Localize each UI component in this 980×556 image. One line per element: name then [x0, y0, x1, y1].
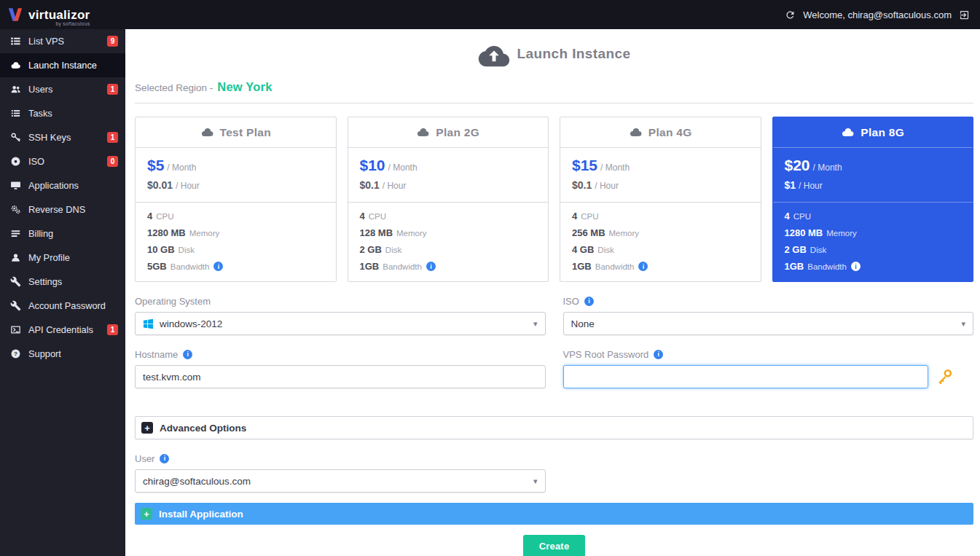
virtualizor-logo-icon [7, 7, 23, 23]
monthly-suffix: / Month [167, 163, 196, 173]
sidebar-item-tasks[interactable]: Tasks [0, 101, 125, 125]
plus-icon: + [141, 422, 153, 434]
spec-label: Bandwidth [807, 262, 847, 271]
sidebar-item-label: Billing [28, 228, 53, 239]
spec-value: 5GB [147, 261, 167, 272]
install-application-label: Install Application [159, 509, 243, 520]
create-button[interactable]: Create [523, 535, 586, 556]
sidebar-item-users[interactable]: Users 1 [0, 77, 125, 101]
spec-disk: 2 GBDisk [785, 244, 962, 255]
spec-cpu: 4CPU [785, 211, 962, 222]
spec-label: Memory [826, 229, 857, 238]
spec-value: 1GB [360, 261, 380, 272]
virtualizor-logo[interactable]: virtualizor by softaculous [0, 7, 125, 23]
sidebar-item-launch-instance[interactable]: Launch Instance [0, 53, 125, 77]
sidebar-item-support[interactable]: Support [0, 342, 125, 366]
spec-label: CPU [156, 212, 173, 221]
sidebar: List VPS 9 Launch Instance Users 1 Tasks… [0, 29, 125, 556]
spec-label: Disk [385, 246, 401, 254]
chevron-down-icon: ▾ [533, 477, 538, 486]
refresh-icon[interactable] [785, 9, 796, 20]
iso-value: None [571, 318, 595, 329]
spec-value: 2 GB [785, 244, 807, 255]
sidebar-item-reverse-dns[interactable]: Reverse DNS [0, 197, 125, 222]
sidebar-item-label: Settings [28, 276, 62, 287]
chevron-down-icon: ▾ [533, 319, 538, 329]
iso-label: ISO [563, 296, 579, 307]
monthly-suffix: / Month [813, 163, 842, 173]
monthly-price: $5 [147, 157, 164, 173]
spec-label: Disk [597, 246, 614, 254]
spec-label: CPU [369, 212, 386, 221]
sidebar-item-ssh-keys[interactable]: SSH Keys 1 [0, 125, 125, 149]
sidebar-item-account-password[interactable]: Account Password [0, 294, 125, 318]
chevron-down-icon: ▾ [961, 319, 965, 329]
info-icon[interactable]: i [426, 262, 436, 271]
logo-text: virtualizor [28, 8, 90, 22]
info-icon[interactable]: i [638, 262, 648, 271]
plan-card-test-plan[interactable]: Test Plan $5/ Month $0.01/ Hour 4CPU 128… [135, 117, 337, 282]
vps-root-password-input[interactable] [563, 365, 929, 388]
spec-disk: 4 GBDisk [572, 244, 749, 255]
sidebar-item-label: List VPS [28, 36, 64, 47]
plan-specs: 4CPU 1280 MBMemory 2 GBDisk 1GBBandwidth… [773, 203, 973, 281]
info-icon[interactable]: i [584, 297, 594, 306]
info-icon[interactable]: i [160, 454, 169, 463]
sidebar-item-my-profile[interactable]: My Profile [0, 246, 125, 270]
sidebar-item-settings[interactable]: Settings [0, 270, 125, 294]
monthly-price: $20 [785, 157, 810, 173]
sidebar-item-iso[interactable]: ISO 0 [0, 149, 125, 173]
spec-value: 2 GB [360, 244, 382, 255]
spec-label: Disk [810, 246, 826, 254]
plan-card-plan-4g[interactable]: Plan 4G $15/ Month $0.1/ Hour 4CPU 256 M… [560, 117, 761, 282]
plan-pricing: $20/ Month $1/ Hour [773, 148, 973, 203]
spec-label: Bandwidth [383, 262, 422, 271]
monitor-icon [10, 180, 21, 191]
spec-label: Disk [179, 246, 195, 254]
plan-card-plan-8g-selected[interactable]: Plan 8G $20/ Month $1/ Hour 4CPU 1280 MB… [772, 117, 974, 282]
plan-cards: Test Plan $5/ Month $0.01/ Hour 4CPU 128… [135, 117, 973, 282]
hostname-label: Hostname [135, 349, 178, 360]
sidebar-item-api-credentials[interactable]: API Credentials 1 [0, 318, 125, 342]
spec-value: 256 MB [572, 227, 605, 238]
iso-select[interactable]: None ▾ [563, 312, 974, 335]
sidebar-item-list-vps[interactable]: List VPS 9 [0, 29, 125, 53]
sidebar-item-label: API Credentials [28, 324, 93, 335]
plan-specs: 4CPU 128 MBMemory 2 GBDisk 1GBBandwidthi [348, 203, 549, 281]
sidebar-item-applications[interactable]: Applications [0, 173, 125, 197]
logo-subtext: by softaculous [55, 22, 90, 27]
spec-cpu: 4CPU [572, 211, 749, 222]
spec-value: 4 [785, 211, 790, 222]
hourly-suffix: / Hour [799, 181, 823, 191]
plan-card-plan-2g[interactable]: Plan 2G $10/ Month $0.1/ Hour 4CPU 128 M… [348, 117, 549, 282]
gears-icon [10, 204, 21, 215]
operating-system-select[interactable]: windows-2012 ▾ [135, 312, 546, 335]
generate-password-key-icon[interactable] [936, 368, 953, 385]
iso-field: ISOi None ▾ [563, 282, 974, 335]
main-content: Launch Instance Selected Region - New Yo… [125, 29, 980, 556]
badge-count: 1 [107, 84, 118, 95]
sidebar-item-billing[interactable]: Billing [0, 222, 125, 246]
form-row-hostname-password: Hostnamei VPS Root Passwordi [135, 335, 973, 388]
cloud-icon [841, 125, 855, 139]
hostname-input[interactable] [135, 365, 546, 388]
wrench-icon [10, 300, 21, 311]
info-icon[interactable]: i [213, 262, 223, 271]
advanced-options-toggle[interactable]: + Advanced Options [135, 416, 973, 439]
info-icon[interactable]: i [654, 350, 663, 359]
list-vps-icon [10, 36, 21, 47]
spec-value: 128 MB [360, 227, 393, 238]
selected-region-row: Selected Region - New York [135, 80, 973, 94]
user-select[interactable]: chirag@softaculous.com ▾ [135, 469, 546, 493]
install-application-toggle[interactable]: + Install Application [135, 503, 973, 525]
spec-value: 4 [572, 211, 577, 222]
spec-disk: 2 GBDisk [360, 244, 537, 255]
info-icon[interactable]: i [851, 262, 861, 271]
plan-name: Test Plan [220, 126, 271, 139]
logout-icon[interactable] [959, 9, 970, 20]
sidebar-item-label: My Profile [28, 252, 70, 263]
info-icon[interactable]: i [183, 350, 192, 359]
divider [135, 103, 973, 103]
launch-instance-cloud-icon [478, 41, 510, 68]
advanced-options-label: Advanced Options [160, 423, 246, 434]
